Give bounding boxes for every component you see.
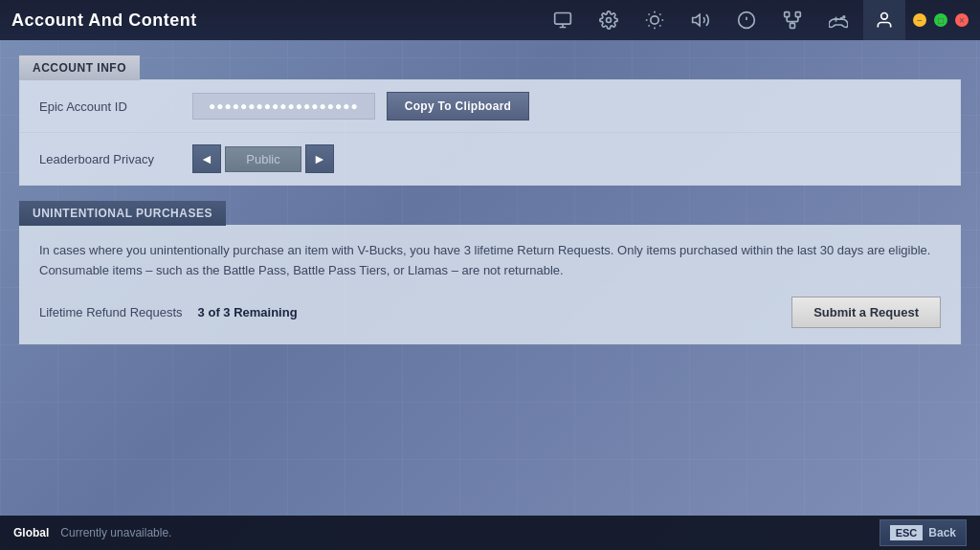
title-bar: Account And Content − □ ×	[0, 0, 980, 40]
submit-request-button[interactable]: Submit a Request	[791, 297, 941, 328]
svg-rect-6	[555, 13, 571, 25]
account-info-body: Epic Account ID ●●●●●●●●●●●●●●●●●●● Copy…	[19, 79, 961, 186]
svg-rect-19	[785, 12, 790, 17]
svg-line-11	[649, 14, 650, 15]
status-bar: Global Currently unavailable. ESC Back	[0, 516, 980, 550]
nav-icons	[542, 0, 905, 40]
nav-settings[interactable]	[588, 0, 630, 40]
purchases-section: Unintentional Purchases In cases where y…	[19, 201, 961, 344]
esc-key-label: ESC	[890, 525, 924, 540]
nav-monitor[interactable]	[542, 0, 584, 40]
svg-rect-21	[791, 23, 795, 28]
esc-back-button[interactable]: ESC Back	[880, 519, 967, 546]
refund-label: Lifetime Refund Requests	[39, 305, 183, 319]
svg-point-8	[651, 16, 658, 24]
maximize-button[interactable]: □	[934, 13, 947, 27]
epic-id-value: ●●●●●●●●●●●●●●●●●●●	[192, 93, 375, 120]
svg-point-26	[843, 16, 845, 18]
status-region: Global	[13, 526, 49, 539]
svg-line-15	[649, 25, 650, 26]
nav-accessibility[interactable]	[725, 0, 768, 40]
nav-audio[interactable]	[679, 0, 722, 40]
minimize-button[interactable]: −	[913, 13, 926, 27]
svg-rect-20	[795, 12, 800, 17]
svg-point-27	[881, 13, 888, 20]
svg-line-16	[659, 14, 660, 15]
purchases-body: In cases where you unintentionally purch…	[19, 225, 961, 344]
account-info-section: Account Info Epic Account ID ●●●●●●●●●●●…	[19, 55, 961, 186]
purchases-description: In cases where you unintentionally purch…	[39, 241, 941, 281]
svg-point-7	[607, 18, 612, 23]
svg-point-25	[841, 18, 843, 20]
nav-network[interactable]	[771, 0, 813, 40]
epic-id-label: Epic Account ID	[39, 99, 192, 114]
privacy-next-button[interactable]: ►	[305, 144, 334, 173]
leaderboard-privacy-row: Leaderboard Privacy ◄ Public ►	[20, 133, 960, 185]
main-content: Account Info Epic Account ID ●●●●●●●●●●●…	[0, 40, 980, 360]
esc-back-label: Back	[928, 526, 956, 539]
window-controls: − □ ×	[913, 13, 969, 27]
account-info-tab: Account Info	[19, 55, 140, 80]
privacy-value-display: Public	[225, 146, 301, 172]
nav-controller[interactable]	[817, 0, 859, 40]
privacy-prev-button[interactable]: ◄	[192, 144, 221, 173]
nav-brightness[interactable]	[634, 0, 676, 40]
privacy-controls: ◄ Public ►	[192, 144, 334, 173]
purchases-tab: Unintentional Purchases	[19, 201, 226, 226]
close-button[interactable]: ×	[955, 13, 969, 27]
refund-row: Lifetime Refund Requests 3 of 3 Remainin…	[39, 297, 941, 328]
status-text: Currently unavailable.	[60, 526, 171, 539]
svg-line-12	[659, 25, 660, 26]
epic-id-row: Epic Account ID ●●●●●●●●●●●●●●●●●●● Copy…	[20, 80, 960, 133]
leaderboard-privacy-label: Leaderboard Privacy	[39, 152, 192, 166]
refund-count: 3 of 3 Remaining	[198, 305, 298, 319]
copy-to-clipboard-button[interactable]: Copy To Clipboard	[387, 92, 530, 121]
page-title: Account And Content	[11, 11, 542, 31]
svg-marker-17	[693, 14, 701, 26]
nav-account[interactable]	[863, 0, 905, 40]
